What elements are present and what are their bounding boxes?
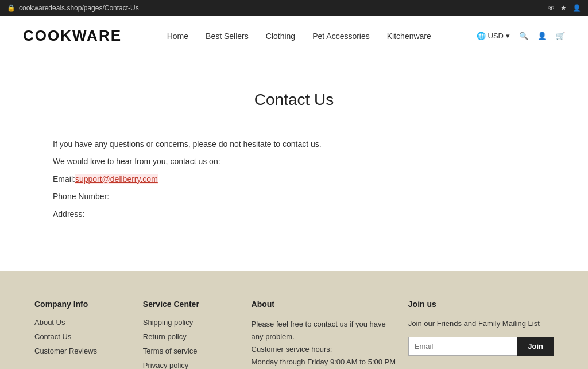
nav-pet-accessories[interactable]: Pet Accessories xyxy=(312,32,370,41)
main-content: Contact Us If you have any questions or … xyxy=(36,56,552,271)
phone-label: Phone Number: xyxy=(53,192,109,201)
footer-about-title: About xyxy=(252,300,397,309)
footer-link-reviews[interactable]: Customer Reviews xyxy=(34,347,131,355)
footer-hours-weekday: Monday through Friday 9:00 AM to 5:00 PM xyxy=(252,356,397,368)
browser-top-bar: 🔒 cookwaredeals.shop/pages/Contact-Us 👁 … xyxy=(0,0,588,16)
globe-icon: 🌐 xyxy=(477,32,486,40)
main-nav: Home Best Sellers Clothing Pet Accessori… xyxy=(167,32,431,41)
email-label: Email: xyxy=(53,174,75,184)
browser-star-icon: ★ xyxy=(560,4,567,12)
browser-eye-icon: 👁 xyxy=(548,4,555,12)
footer-about-text: Please feel free to contact us if you ha… xyxy=(252,318,397,343)
contact-body: If you have any questions or concerns, p… xyxy=(47,138,541,220)
cart-icon: 🛒 xyxy=(556,32,565,40)
contact-phone-line: Phone Number: xyxy=(53,190,535,203)
nav-home[interactable]: Home xyxy=(167,32,188,41)
browser-controls: 👁 ★ 👤 xyxy=(548,4,581,12)
address-label: Address: xyxy=(53,209,84,219)
contact-paragraph-1: If you have any questions or concerns, p… xyxy=(53,138,535,150)
contact-address-line: Address: xyxy=(53,208,535,220)
email-signup-input[interactable] xyxy=(408,337,517,356)
footer-link-about[interactable]: About Us xyxy=(34,318,131,327)
nav-kitchenware[interactable]: Kitchenware xyxy=(387,32,431,41)
currency-label: USD xyxy=(488,32,504,40)
nav-clothing[interactable]: Clothing xyxy=(266,32,295,41)
cart-button[interactable]: 🛒 xyxy=(556,32,565,40)
chevron-down-icon: ▾ xyxy=(506,32,510,40)
footer-link-return[interactable]: Return policy xyxy=(143,332,240,341)
footer-join-description: Join our Friends and Family Mailing List xyxy=(408,318,554,329)
site-footer: Company Info About Us Contact Us Custome… xyxy=(0,271,588,369)
search-icon: 🔍 xyxy=(519,32,528,40)
page-favicon: 🔒 xyxy=(7,4,16,12)
site-header: COOKWARE Home Best Sellers Clothing Pet … xyxy=(0,16,588,56)
user-icon: 👤 xyxy=(537,32,547,40)
email-link[interactable]: support@dellberry.com xyxy=(75,174,158,184)
contact-paragraph-2: We would love to hear from you, contact … xyxy=(53,155,535,168)
footer-company-info: Company Info About Us Contact Us Custome… xyxy=(34,300,131,369)
footer-join-us: Join us Join our Friends and Family Mail… xyxy=(408,300,554,369)
footer-link-shipping[interactable]: Shipping policy xyxy=(143,318,240,327)
footer-join-title: Join us xyxy=(408,300,554,309)
footer-link-contact[interactable]: Contact Us xyxy=(34,332,131,341)
footer-company-title: Company Info xyxy=(34,300,131,309)
site-logo[interactable]: COOKWARE xyxy=(23,27,122,45)
currency-selector[interactable]: 🌐 USD ▾ xyxy=(477,32,510,40)
page-title: Contact Us xyxy=(47,91,541,109)
footer-hours-label: Customer service hours: xyxy=(252,343,397,356)
contact-email-line: Email:support@dellberry.com xyxy=(53,173,535,185)
footer-link-privacy[interactable]: Privacy policy xyxy=(143,361,240,369)
header-actions: 🌐 USD ▾ 🔍 👤 🛒 xyxy=(477,32,565,40)
footer-about-body: Please feel free to contact us if you ha… xyxy=(252,318,397,369)
url-bar[interactable]: cookwaredeals.shop/pages/Contact-Us xyxy=(19,4,139,12)
search-button[interactable]: 🔍 xyxy=(519,32,528,40)
nav-best-sellers[interactable]: Best Sellers xyxy=(206,32,249,41)
join-button[interactable]: Join xyxy=(517,337,554,356)
footer-service-title: Service Center xyxy=(143,300,240,309)
browser-profile-icon: 👤 xyxy=(572,4,581,12)
footer-service-center: Service Center Shipping policy Return po… xyxy=(143,300,240,369)
tab-bar: 🔒 cookwaredeals.shop/pages/Contact-Us xyxy=(7,4,139,12)
footer-grid: Company Info About Us Contact Us Custome… xyxy=(34,300,554,369)
email-signup-row: Join xyxy=(408,337,554,356)
account-button[interactable]: 👤 xyxy=(537,32,547,40)
footer-link-terms[interactable]: Terms of service xyxy=(143,347,240,355)
footer-about: About Please feel free to contact us if … xyxy=(252,300,397,369)
